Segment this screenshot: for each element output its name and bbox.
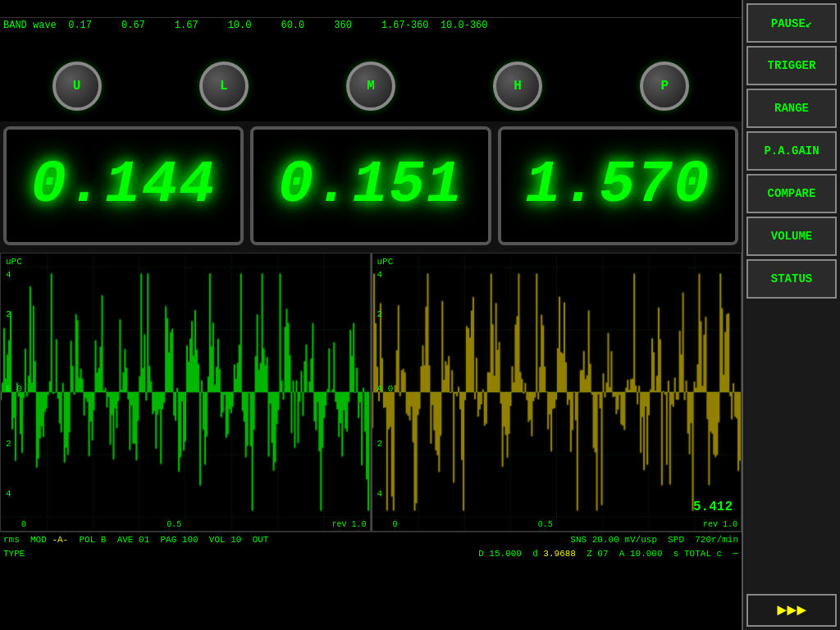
display-h: 1.570 xyxy=(498,126,738,245)
chart-right-x05: 0.5 xyxy=(538,520,553,529)
band-label: BAND wave 0.17 0.67 1.67 10.0 60.0 360 1… xyxy=(3,20,488,31)
chart-left-x0: 0 xyxy=(21,520,26,529)
chart-right-x1: rev 1.0 xyxy=(703,520,737,529)
chart-left-y2-top: 2 xyxy=(6,309,11,319)
bottom-d-info: D 15.000 d 3.9688 Z 07 A 10.000 s TOTAL … xyxy=(478,549,738,559)
chart-left-x1: rev 1.0 xyxy=(331,520,366,529)
chart-right-canvas xyxy=(372,253,742,531)
chart-right-y4-bot: 4 xyxy=(377,489,383,499)
chart-left-label: uPC xyxy=(6,257,22,267)
right-panel: PAUSE↙ TRIGGER RANGE P.A.GAIN COMPARE VO… xyxy=(742,0,840,630)
knob-u[interactable]: U xyxy=(52,62,102,111)
knob-l[interactable]: L xyxy=(199,62,249,111)
display-h-value: 1.570 xyxy=(525,152,710,219)
knobs-row: U L M H P xyxy=(0,48,742,121)
bottom-type-label: TYPE xyxy=(3,549,25,559)
chart-left-x05: 0.5 xyxy=(167,520,181,529)
range-button[interactable]: RANGE xyxy=(746,89,837,128)
band-row: BAND wave 0.17 0.67 1.67 10.0 60.0 360 1… xyxy=(0,18,840,33)
pause-button[interactable]: PAUSE↙ xyxy=(746,3,837,43)
chart-left: uPC 4 2 E 0 2 4 0 0.5 rev 1.0 xyxy=(0,253,371,532)
chart-left-canvas xyxy=(1,253,370,531)
display-m-value: 0.151 xyxy=(278,152,463,219)
knob-p[interactable]: P xyxy=(640,62,689,111)
chart-right-label: uPC xyxy=(377,257,394,267)
knob-h[interactable]: H xyxy=(493,62,542,111)
bottom-sns-info: SNS 20.00 mV/usp SPD 720r/min xyxy=(570,535,738,545)
chart-right: uPC 4 2 A 0 2 4 0 0.5 rev 1.0 5.412 xyxy=(371,253,742,532)
chart-left-e-label: E 0 xyxy=(6,384,22,394)
chart-left-y2-bot: 2 xyxy=(6,439,11,449)
volume-button[interactable]: VOLUME xyxy=(746,217,837,256)
bottom-rms-info: rms MOD -A- POL B AVE 01 PAG 100 VOL 10 … xyxy=(3,535,339,545)
displays-row: 0.144 0.151 1.570 xyxy=(0,121,742,253)
chart-right-a-label: A 0 xyxy=(377,384,394,394)
chart-right-x0: 0 xyxy=(393,520,398,529)
arrows-button[interactable]: ►►► xyxy=(746,594,837,627)
chart-right-y2-top: 2 xyxy=(377,309,383,319)
chart-left-y4-top: 4 xyxy=(6,270,11,280)
knob-m[interactable]: M xyxy=(346,62,395,111)
compare-button[interactable]: COMPARE xyxy=(746,174,837,213)
top-status-bar xyxy=(0,0,840,18)
chart-right-y4-top: 4 xyxy=(377,270,383,280)
trigger-button[interactable]: TRIGGER xyxy=(746,46,837,85)
status-button[interactable]: STATUS xyxy=(746,259,837,299)
bottom-row1: rms MOD -A- POL B AVE 01 PAG 100 VOL 10 … xyxy=(0,532,742,546)
upc-row xyxy=(0,33,840,48)
chart-right-y2-bot: 2 xyxy=(377,439,383,449)
display-l: 0.144 xyxy=(3,126,244,245)
chart-right-value: 5.412 xyxy=(693,500,733,514)
display-l-value: 0.144 xyxy=(31,152,217,219)
pa-gain-button[interactable]: P.A.GAIN xyxy=(746,131,837,171)
bottom-row2: TYPE D 15.000 d 3.9688 Z 07 A 10.000 s T… xyxy=(0,546,742,561)
display-m: 0.151 xyxy=(250,126,491,245)
charts-area: uPC 4 2 E 0 2 4 0 0.5 rev 1.0 uPC 4 2 A … xyxy=(0,253,742,532)
chart-left-y4-bot: 4 xyxy=(6,489,11,499)
arrows-icon: ►►► xyxy=(777,601,806,620)
